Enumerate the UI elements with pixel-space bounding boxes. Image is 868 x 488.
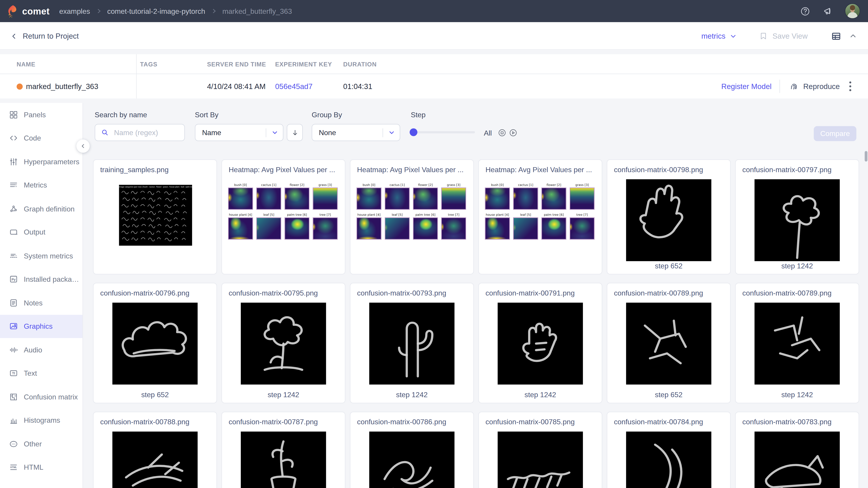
image-card-confusion-00791[interactable]: confusion-matrix-00791.png step 1242 bbox=[478, 283, 602, 403]
breadcrumb-project[interactable]: comet-tutorial-2-image-pytorch bbox=[107, 7, 205, 15]
group-by-dropdown[interactable]: None bbox=[312, 124, 400, 141]
sidebar-item-histograms[interactable]: Histograms bbox=[0, 409, 83, 432]
sketch-bush bbox=[112, 303, 197, 385]
status-dot bbox=[17, 84, 23, 90]
sketch-curves bbox=[626, 431, 711, 488]
image-card-heatmap-1[interactable]: Heatmap: Avg Pixel Values per ... bush [… bbox=[221, 159, 346, 274]
sort-by-value: Name bbox=[202, 128, 266, 137]
image-card-confusion-00785[interactable]: confusion-matrix-00785.png bbox=[478, 412, 602, 488]
image-card-confusion-00798[interactable]: confusion-matrix-00798.png step 652 bbox=[607, 159, 731, 274]
experiment-key-link[interactable]: 056e45ad7 bbox=[275, 74, 312, 98]
image-card-confusion-00789-a[interactable]: confusion-matrix-00789.png step 652 bbox=[607, 283, 731, 403]
view-selector-dropdown[interactable]: metrics bbox=[702, 32, 737, 40]
image-card-confusion-00787[interactable]: confusion-matrix-00787.png bbox=[221, 412, 346, 488]
sidebar-item-system-metrics[interactable]: System metrics bbox=[0, 244, 83, 267]
sidebar-item-panels[interactable]: Panels bbox=[0, 103, 83, 127]
toolbar-right: metrics Save View bbox=[702, 22, 857, 50]
register-model-button[interactable]: Register Model bbox=[721, 74, 772, 98]
sidebar-item-output[interactable]: Output bbox=[0, 221, 83, 244]
sketch-scribble bbox=[369, 431, 454, 488]
image-card-confusion-00784[interactable]: confusion-matrix-00784.png bbox=[607, 412, 731, 488]
announcements-megaphone-icon[interactable] bbox=[822, 5, 833, 17]
sidebar-item-installed-packages[interactable]: Py Installed packages bbox=[0, 267, 83, 291]
actions-divider bbox=[779, 80, 780, 93]
image-card-confusion-00783[interactable]: confusion-matrix-00783.png bbox=[735, 412, 859, 488]
return-to-project-label: Return to Project bbox=[23, 32, 79, 40]
image-card-heatmap-2[interactable]: Heatmap: Avg Pixel Values per ... bush [… bbox=[350, 159, 474, 274]
sort-label: Sort By bbox=[195, 111, 218, 119]
step-play-button[interactable] bbox=[509, 128, 518, 137]
sort-direction-button[interactable] bbox=[287, 124, 303, 141]
heatmap-tile bbox=[313, 188, 338, 210]
divider-band bbox=[0, 50, 868, 54]
sketch-hand bbox=[626, 179, 711, 261]
server-end-time-value: 4/10/24 08:41 AM bbox=[207, 74, 266, 98]
heatmap-tile bbox=[485, 188, 510, 210]
heatmap-tile bbox=[285, 217, 309, 239]
return-to-project-button[interactable]: Return to Project bbox=[11, 22, 79, 50]
image-card-training-samples[interactable]: training_samples.png Image categories (p… bbox=[93, 159, 217, 274]
image-card-heatmap-3[interactable]: Heatmap: Avg Pixel Values per ... bush [… bbox=[478, 159, 602, 274]
reproduce-button[interactable]: Reproduce bbox=[789, 74, 840, 98]
topnav-actions bbox=[800, 0, 860, 22]
sketch-branches bbox=[626, 303, 711, 385]
user-avatar[interactable] bbox=[845, 3, 860, 19]
help-icon[interactable] bbox=[800, 6, 811, 17]
collapse-panel-chevron-up-icon[interactable] bbox=[849, 32, 857, 40]
sidebar-item-confusion-matrix[interactable]: Confusion matrix bbox=[0, 385, 83, 409]
step-label: Step bbox=[411, 111, 426, 119]
sidebar-item-other[interactable]: Other bbox=[0, 432, 83, 456]
image-card-confusion-00789-b[interactable]: confusion-matrix-00789.png step 1242 bbox=[735, 283, 859, 403]
sidebar-item-notes[interactable]: Notes bbox=[0, 291, 83, 315]
image-card-confusion-00797[interactable]: confusion-matrix-00797.png step 1242 bbox=[735, 159, 859, 274]
audio-waveform-icon bbox=[9, 345, 18, 355]
breadcrumb-workspace[interactable]: examples bbox=[59, 7, 90, 15]
compare-button[interactable]: Compare bbox=[814, 126, 857, 141]
experiment-row: marked_butterfly_363 4/10/24 08:41 AM 05… bbox=[0, 74, 868, 98]
heatmap-tile bbox=[228, 188, 253, 210]
sort-by-dropdown[interactable]: Name bbox=[195, 124, 283, 141]
sidebar-item-hyperparameters[interactable]: Hyperparameters bbox=[0, 150, 83, 173]
heatmap-grid: bush [0] cactus [1] flower [2] grass [3]… bbox=[485, 183, 594, 240]
row-menu-kebab-icon[interactable] bbox=[846, 74, 855, 98]
html-icon: HTML bbox=[9, 463, 18, 472]
sidebar-item-metrics[interactable]: Metrics bbox=[0, 173, 83, 197]
image-card-confusion-00786[interactable]: confusion-matrix-00786.png bbox=[350, 412, 474, 488]
sketch-strokes bbox=[112, 431, 197, 488]
heatmap-tile bbox=[385, 188, 410, 210]
ellipsis-bubble-icon bbox=[9, 439, 18, 449]
heatmap-tile bbox=[256, 217, 281, 239]
sidebar-item-graphics[interactable]: Graphics bbox=[0, 315, 83, 338]
image-card-confusion-00796[interactable]: confusion-matrix-00796.png step 652 bbox=[93, 283, 217, 403]
sidebar-collapse-button[interactable] bbox=[76, 139, 90, 153]
confusion-matrix-icon bbox=[9, 392, 18, 402]
experiment-name: marked_butterfly_363 bbox=[26, 74, 98, 98]
sidebar-item-text[interactable]: Tt Text bbox=[0, 361, 83, 385]
table-layout-icon[interactable] bbox=[831, 31, 842, 41]
chevron-left-icon bbox=[11, 32, 18, 39]
image-card-confusion-00793[interactable]: confusion-matrix-00793.png step 1242 bbox=[350, 283, 474, 403]
histogram-icon bbox=[9, 416, 18, 425]
sidebar-item-audio[interactable]: Audio bbox=[0, 338, 83, 361]
chevron-down-icon bbox=[730, 32, 737, 39]
save-view-label: Save View bbox=[772, 32, 808, 40]
image-card-confusion-00788[interactable]: confusion-matrix-00788.png bbox=[93, 412, 217, 488]
sidebar-item-graph-definition[interactable]: Graph definition bbox=[0, 197, 83, 221]
heatmap-tile bbox=[441, 188, 466, 210]
sidebar-item-assets-artifacts[interactable]: Assets & Artifacts bbox=[0, 479, 83, 488]
save-view-button[interactable]: Save View bbox=[759, 32, 808, 40]
step-stop-button[interactable] bbox=[498, 128, 506, 137]
image-card-confusion-00795[interactable]: confusion-matrix-00795.png step 1242 bbox=[221, 283, 346, 403]
sidebar-item-html[interactable]: HTML HTML bbox=[0, 456, 83, 479]
step-slider-knob[interactable] bbox=[410, 128, 417, 136]
sidebar-item-code[interactable]: Code bbox=[0, 127, 83, 150]
search-input[interactable] bbox=[113, 128, 174, 137]
vertical-scrollbar-thumb[interactable] bbox=[865, 151, 867, 162]
heatmap-tile bbox=[485, 217, 510, 239]
folder-icon bbox=[9, 486, 18, 488]
comet-logo[interactable]: comet bbox=[7, 0, 50, 22]
graphics-content: Search by name Sort By Group By Step Nam… bbox=[83, 98, 868, 488]
svg-text:Tt: Tt bbox=[12, 371, 15, 375]
sketch-flower bbox=[754, 179, 840, 261]
heatmap-tile bbox=[513, 188, 538, 210]
